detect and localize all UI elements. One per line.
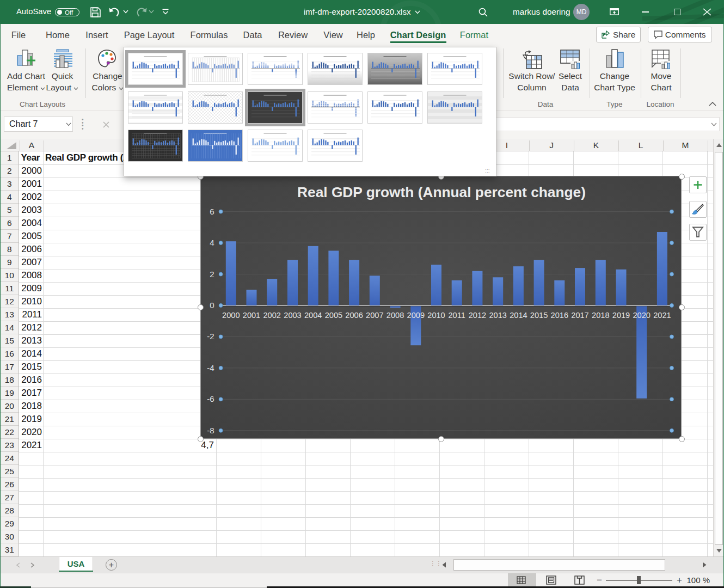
svg-text:-6: -6 [207, 394, 214, 403]
svg-text:6: 6 [210, 207, 214, 216]
svg-text:-4: -4 [207, 363, 214, 372]
svg-text:2010: 2010 [427, 311, 445, 320]
svg-text:2013: 2013 [489, 311, 506, 320]
svg-text:-2: -2 [207, 332, 214, 341]
svg-text:2020: 2020 [633, 311, 650, 320]
svg-text:-8: -8 [207, 426, 214, 435]
svg-text:2: 2 [210, 270, 214, 279]
svg-text:2007: 2007 [366, 311, 383, 320]
svg-text:2003: 2003 [284, 311, 301, 320]
svg-text:2009: 2009 [407, 311, 425, 320]
svg-text:4: 4 [210, 238, 214, 247]
svg-text:2002: 2002 [263, 311, 280, 320]
svg-text:2019: 2019 [612, 311, 630, 320]
svg-text:2005: 2005 [325, 311, 342, 320]
svg-text:2000: 2000 [222, 311, 240, 320]
svg-text:0: 0 [210, 301, 214, 310]
svg-text:2004: 2004 [304, 311, 322, 320]
svg-text:2017: 2017 [571, 311, 588, 320]
svg-text:2016: 2016 [551, 311, 568, 320]
svg-text:2006: 2006 [345, 311, 363, 320]
svg-text:Real GDP growth (Annual percen: Real GDP growth (Annual percent change) [297, 184, 586, 200]
svg-text:2001: 2001 [243, 311, 260, 320]
svg-text:2011: 2011 [449, 311, 465, 320]
svg-text:2014: 2014 [510, 311, 527, 320]
svg-text:2012: 2012 [469, 311, 486, 320]
svg-text:2015: 2015 [530, 311, 548, 320]
svg-text:2018: 2018 [592, 311, 609, 320]
svg-text:2021: 2021 [653, 311, 671, 320]
svg-text:2008: 2008 [386, 311, 404, 320]
